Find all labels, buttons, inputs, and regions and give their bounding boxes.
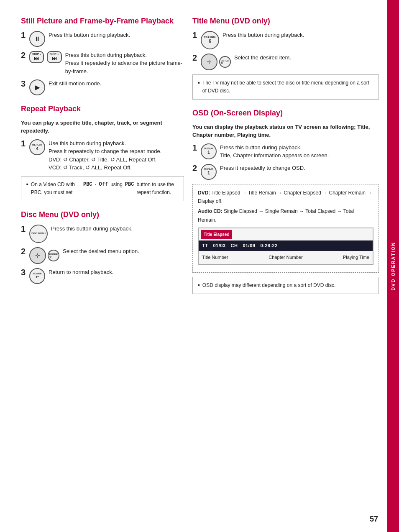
osd-title-elapsed-bar: Title Elapsed — [201, 230, 232, 239]
repeat-text-line4: VCD: ↺ Track, ↺ ALL, Repeat Off. — [49, 164, 132, 171]
osd-step1-text-line2: Title, Chapter information appears on sc… — [220, 152, 329, 159]
osd-dvd-line: DVD: Title Elapsed → Title Remain → Chap… — [198, 189, 373, 206]
repeat-step1-icon: REPEAT 4 — [29, 139, 45, 155]
skip-plus-button[interactable]: SKIP + ⏭ — [47, 51, 62, 63]
disc-menu-button[interactable]: DISC MENU — [29, 225, 48, 243]
still-step2-text-line2: Press it repeatedly to advance the pictu… — [65, 60, 182, 74]
right-column: Title Menu (DVD only) 1 TITLE MENU 6 Pre… — [192, 17, 379, 524]
osd-time-value: 0:28:22 — [260, 242, 277, 250]
still-step1-icon: ⏸ — [29, 31, 45, 47]
osd-info-box: DVD: Title Elapsed → Title Remain → Chap… — [192, 184, 379, 273]
osd-step1-text: Press this button during playback. Title… — [220, 143, 379, 160]
main-content: Still Picture and Frame-by-Frame Playbac… — [0, 0, 387, 532]
still-step3-number: 3 — [21, 79, 26, 88]
enter-button[interactable]: ENTER⊙ — [48, 250, 59, 261]
repeat-step1-text: Use this button during playback. Press i… — [49, 139, 184, 172]
osd-tt-value: 01/03 — [213, 242, 225, 250]
repeat-button[interactable]: REPEAT 4 — [29, 139, 45, 155]
osd-labels-area: Title Number Chapter Number Playing Time — [199, 251, 373, 264]
title-menu-nav-button[interactable]: ✛ — [201, 54, 217, 70]
title-menu-step1: 1 TITLE MENU 6 Press this button during … — [192, 31, 379, 49]
osd-step1-number: 1 — [192, 143, 197, 152]
disc-menu-step2-text: Select the desired menu option. — [63, 247, 184, 256]
title-menu-step1-text: Press this button during playback. — [223, 31, 379, 39]
repeat-note-text: On a Video CD with PBC, you must set PBC… — [26, 181, 179, 197]
still-step2-number: 2 — [21, 51, 26, 59]
title-menu-step2-number: 2 — [192, 54, 197, 62]
disc-menu-step1-icon: DISC MENU — [29, 225, 48, 243]
disc-menu-step3: 3 RETURN ↩ Return to normal playback. — [21, 268, 184, 284]
section-osd-title: OSD (On-Screen Display) — [192, 109, 379, 118]
title-number-label: Title Number — [202, 253, 228, 261]
section-repeat-intro: You can play a specific title, chapter, … — [21, 119, 184, 135]
pause-button[interactable]: ⏸ — [29, 31, 45, 47]
osd-step1-text-line1: Press this button during playback. — [220, 144, 302, 151]
disc-menu-step2-number: 2 — [21, 247, 26, 256]
still-step1-text: Press this button during playback. — [49, 31, 184, 39]
skip-minus-button[interactable]: SKIP - ⏮ — [29, 51, 44, 63]
page-container: Still Picture and Frame-by-Frame Playbac… — [0, 0, 399, 532]
still-step1-number: 1 — [21, 31, 26, 39]
section-repeat-title: Repeat Playback — [21, 105, 184, 114]
osd-step2-icon: DISPLAY 1 — [201, 164, 217, 180]
section-osd-intro: You can display the playback status on T… — [192, 123, 379, 139]
section-still-title: Still Picture and Frame-by-Frame Playbac… — [21, 17, 184, 26]
repeat-note: On a Video CD with PBC, you must set PBC… — [21, 176, 184, 201]
return-button[interactable]: RETURN ↩ — [29, 268, 45, 284]
disc-menu-step2-icon: ✛ ENTER⊙ — [29, 247, 59, 264]
title-menu-button[interactable]: TITLE MENU 6 — [201, 31, 219, 49]
section-disc-menu: Disc Menu (DVD only) 1 DISC MENU Press t… — [21, 210, 184, 284]
osd-data-row: TT 01/03 CH 01/09 0:28:22 — [199, 240, 373, 251]
disc-menu-step3-text: Return to normal playback. — [49, 268, 184, 276]
display-button-1[interactable]: DISPLAY 1 — [201, 143, 217, 159]
section-still: Still Picture and Frame-by-Frame Playbac… — [21, 17, 184, 95]
title-menu-enter-button[interactable]: ENTER⊙ — [219, 56, 231, 68]
title-menu-note-text: The TV may not be able to select the dis… — [198, 79, 373, 95]
osd-step1: 1 DISPLAY 1 Press this button during pla… — [192, 143, 379, 160]
title-menu-step1-icon: TITLE MENU 6 — [201, 31, 219, 49]
chapter-number-label: Chapter Number — [269, 253, 302, 261]
osd-audio-line: Audio CD: Single Elapsed → Single Remain… — [198, 207, 373, 224]
disc-menu-step3-icon: RETURN ↩ — [29, 268, 45, 284]
osd-step2-number: 2 — [192, 164, 197, 172]
osd-ch-label: CH — [230, 242, 238, 250]
repeat-step1: 1 REPEAT 4 Use this button during playba… — [21, 139, 184, 172]
repeat-step1-number: 1 — [21, 139, 26, 148]
disc-menu-step1-text: Press this button during playback. — [51, 225, 184, 233]
play-button[interactable]: ▶ — [29, 79, 45, 95]
still-step1: 1 ⏸ Press this button during playback. — [21, 31, 184, 47]
still-step2: 2 SKIP - ⏮ SKIP + ⏭ Press this button du… — [21, 51, 184, 76]
osd-step2-text: Press it repeatedly to change OSD. — [220, 164, 379, 172]
title-menu-step2-text: Select the desired item. — [234, 54, 379, 62]
display-button-2[interactable]: DISPLAY 1 — [201, 164, 217, 180]
osd-step1-icon: DISPLAY 1 — [201, 143, 217, 159]
still-step2-text: Press this button during playback. Press… — [65, 51, 184, 76]
nav-cross-button[interactable]: ✛ — [29, 247, 46, 264]
repeat-text-line3: DVD: ↺ Chapter, ↺ Title, ↺ ALL, Repeat O… — [49, 156, 156, 163]
repeat-text-line1: Use this button during playback. — [49, 140, 126, 146]
disc-menu-step1-number: 1 — [21, 225, 26, 233]
disc-menu-step1: 1 DISC MENU Press this button during pla… — [21, 225, 184, 243]
section-osd: OSD (On-Screen Display) You can display … — [192, 109, 379, 294]
disc-menu-step3-number: 3 — [21, 268, 26, 276]
still-step3-icon: ▶ — [29, 79, 45, 95]
still-step2-text-line1: Press this button during playback. — [65, 52, 147, 58]
page-number: 57 — [370, 515, 378, 524]
playing-time-label: Playing Time — [343, 253, 369, 261]
still-step3-text: Exit still motion mode. — [49, 79, 184, 88]
section-repeat: Repeat Playback You can play a specific … — [21, 105, 184, 201]
section-title-menu-title: Title Menu (DVD only) — [192, 17, 379, 26]
repeat-text-line2: Press it repeatedly to change the repeat… — [49, 148, 161, 154]
osd-data-text: TT — [202, 242, 208, 250]
section-title-menu: Title Menu (DVD only) 1 TITLE MENU 6 Pre… — [192, 17, 379, 100]
title-menu-step1-number: 1 — [192, 31, 197, 39]
side-tab: DVD OPERATION — [387, 0, 399, 532]
title-menu-note: The TV may not be able to select the dis… — [192, 74, 379, 100]
still-step2-icons: SKIP - ⏮ SKIP + ⏭ — [29, 51, 62, 63]
osd-note-text: OSD display may different depending on a… — [198, 281, 373, 289]
osd-step2: 2 DISPLAY 1 Press it repeatedly to chang… — [192, 164, 379, 180]
still-step3: 3 ▶ Exit still motion mode. — [21, 79, 184, 95]
side-tab-text: DVD OPERATION — [391, 242, 396, 291]
osd-ch-value: 01/09 — [243, 242, 255, 250]
title-menu-step2-icon: ✛ ENTER⊙ — [201, 54, 231, 70]
